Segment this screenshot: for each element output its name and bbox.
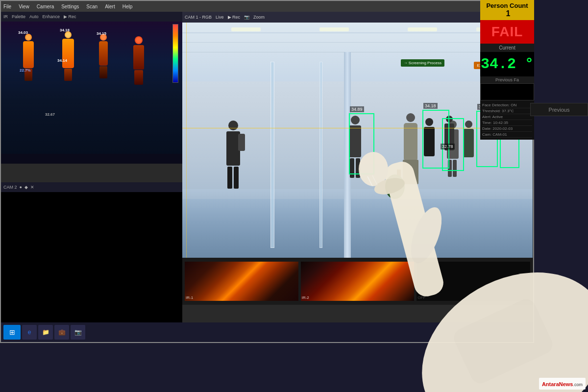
thumb-label-1: IR-1	[186, 295, 193, 300]
taskbar-doc[interactable]: 💼	[54, 325, 69, 340]
thermal-temp-low: 32.67	[45, 112, 55, 117]
plant-decoration	[393, 170, 405, 199]
thermal-percentage: 22.7%	[20, 68, 31, 73]
thumb-label-3: OFF	[417, 295, 425, 300]
previous-temp-display	[480, 83, 534, 100]
airport-sign-1: → Screening Process	[401, 59, 444, 67]
thermal-panel: IR Palette Auto Enhance ▶ Rec 34.03	[1, 12, 182, 164]
taskbar-folder[interactable]: 📁	[38, 325, 53, 340]
monitor-screen: File View Camera Settings Scan Alert Hel…	[0, 0, 534, 343]
person-3-silhouette	[403, 113, 418, 184]
watermark-domain: .com	[573, 382, 583, 387]
menu-bar: File View Camera Settings Scan Alert Hel…	[1, 1, 534, 12]
watermark: AntaraNews.com	[539, 378, 586, 390]
person-7-silhouette	[463, 121, 474, 157]
prev-label-text: Previous Fa	[495, 77, 519, 82]
person-count-value: 1	[506, 9, 511, 18]
temperature-display: 34.2 °	[480, 52, 534, 76]
second-camera-toolbar: CAM 2 ● ◆ ✕	[1, 182, 182, 192]
thermal-person-2	[62, 31, 74, 81]
cam-live[interactable]: Live	[216, 15, 224, 20]
start-button[interactable]: ⊞	[3, 325, 21, 340]
cam-label: CAM 1 - RGB	[185, 15, 212, 20]
detection-temp-3: 32.78	[441, 144, 455, 149]
thermal-toolbar: IR Palette Auto Enhance ▶ Rec	[1, 12, 182, 22]
info-row-2: Threshold: 37.3°C	[482, 108, 532, 114]
thermal-background: 34.03 34.18 34.14 34.15	[1, 22, 182, 154]
bottom-thumbnails-panel: IR-1 IR-2 OFF	[182, 258, 533, 305]
windows-taskbar: ⊞ e 📁 💼 📷	[1, 322, 534, 342]
thermal-person-4	[133, 36, 144, 85]
info-row-5: Date: 2020-02-03	[482, 126, 532, 132]
thermal-temp-22: 34.14	[57, 58, 67, 63]
watermark-brand: AntaraNews	[542, 381, 573, 387]
menu-camera[interactable]: Camera	[37, 4, 54, 9]
thermal-temp-2: 34.18	[60, 28, 70, 32]
second-camera-view	[1, 192, 182, 324]
detection-temp-2: 34.18	[423, 103, 438, 109]
vert-line	[186, 23, 187, 297]
menu-scan[interactable]: Scan	[86, 4, 98, 9]
person-count-label: Person Count	[486, 2, 528, 9]
status-panel-container: Person Count 1 FAIL Current 34.2 ° Previ…	[480, 0, 534, 140]
info-row-4: Time: 10:42:35	[482, 120, 532, 126]
temp-value: 34.2 °	[481, 56, 534, 73]
info-panel: Face Detection: ON Threshold: 37.3°C Ale…	[480, 100, 534, 140]
taskbar-cam[interactable]: 📷	[71, 325, 85, 340]
menu-help[interactable]: Help	[122, 4, 133, 9]
cam2-rec[interactable]: ◆	[24, 185, 28, 190]
thermal-record[interactable]: ▶ Rec	[64, 14, 76, 19]
thumbnail-1[interactable]: IR-1	[185, 262, 298, 301]
menu-view[interactable]: View	[19, 4, 29, 9]
person-count-bar: Person Count 1	[480, 0, 534, 20]
menu-alert[interactable]: Alert	[105, 4, 115, 9]
info-row-6: Cam: CAM-01	[482, 132, 532, 138]
thermal-palette[interactable]: Palette	[12, 14, 25, 19]
cam-zoom[interactable]: Zoom	[253, 15, 265, 20]
monitor-content: File View Camera Settings Scan Alert Hel…	[1, 1, 534, 324]
thermal-mode[interactable]: IR	[3, 14, 8, 19]
current-label: Current	[480, 44, 534, 52]
person-1-silhouette	[226, 121, 240, 189]
previous-button[interactable]: Previous	[530, 103, 588, 116]
cam2-mode[interactable]: ●	[20, 185, 22, 190]
thermal-enhance[interactable]: Enhance	[43, 14, 60, 19]
info-row-1: Face Detection: ON	[482, 102, 532, 108]
thumb-label-2: IR-2	[302, 295, 309, 300]
previous-fail-label: Previous Fa	[480, 76, 534, 83]
thermal-color-scale	[172, 24, 178, 83]
taskbar-ie[interactable]: e	[22, 325, 37, 340]
thumbnail-2[interactable]: IR-2	[301, 262, 415, 301]
cam2-label: CAM 2	[3, 185, 17, 190]
fail-indicator: FAIL	[480, 20, 534, 44]
thermal-person-3	[99, 34, 108, 78]
fail-label: FAIL	[491, 24, 523, 39]
cam-record[interactable]: ▶ Rec	[228, 15, 241, 20]
current-text: Current	[499, 45, 515, 50]
second-camera-panel: CAM 2 ● ◆ ✕	[1, 182, 182, 324]
detection-box-1: 34.89	[349, 113, 374, 174]
info-row-3: Alert: Active	[482, 114, 532, 120]
thermal-temp-1: 34.03	[18, 30, 28, 35]
previous-label: Previous	[549, 107, 570, 113]
glass-partition-2	[319, 62, 322, 248]
cam2-cross[interactable]: ✕	[30, 185, 34, 190]
thumbnail-3[interactable]: OFF	[416, 262, 530, 301]
cam-snapshot[interactable]: 📷	[244, 15, 249, 20]
detection-temp-1: 34.89	[350, 106, 364, 112]
thermal-image: 34.03 34.18 34.14 34.15	[1, 22, 182, 154]
thermal-temp-3: 34.15	[97, 31, 106, 36]
glass-partition-1	[270, 62, 274, 248]
menu-file[interactable]: File	[3, 4, 11, 9]
detection-box-3: 32.78	[442, 118, 464, 171]
thermal-person-1	[23, 34, 34, 81]
menu-settings[interactable]: Settings	[61, 4, 79, 9]
thermal-auto[interactable]: Auto	[29, 14, 39, 19]
